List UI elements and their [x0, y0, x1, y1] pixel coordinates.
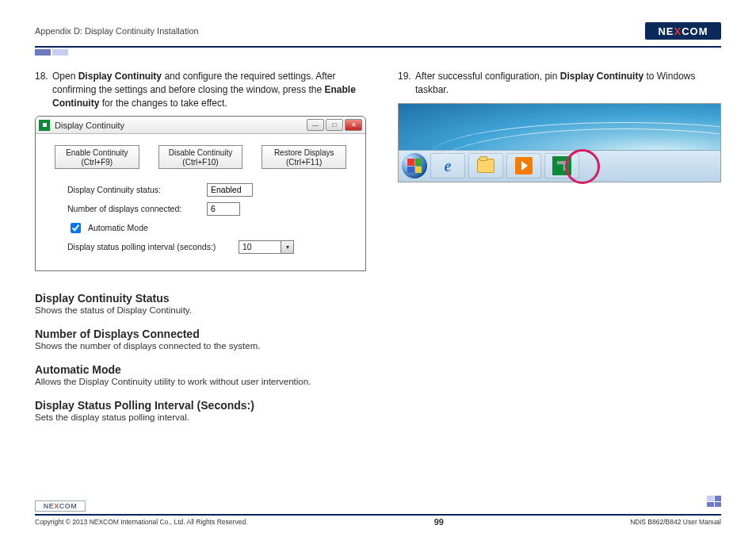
display-continuity-window: Display Continuity — □ ✕ Enable Continui…: [35, 116, 366, 271]
header-rule: [35, 46, 721, 48]
highlight-circle: [565, 149, 600, 184]
automatic-mode-checkbox[interactable]: [71, 223, 81, 233]
heading-auto: Automatic Mode: [35, 363, 366, 376]
brand-post: COM: [682, 25, 708, 37]
close-button[interactable]: ✕: [345, 119, 362, 131]
footer-squares-icon: [707, 496, 721, 507]
desktop-wallpaper: [399, 104, 720, 150]
disable-continuity-button[interactable]: Disable Continuity(Ctrl+F10): [158, 145, 243, 169]
window-titlebar[interactable]: Display Continuity — □ ✕: [36, 117, 365, 134]
brand-logo: NEXCOM: [645, 22, 721, 40]
step-19-text: After successful configuration, pin Disp…: [415, 70, 721, 97]
polling-interval-select[interactable]: 10: [239, 240, 294, 254]
automatic-mode-label: Automatic Mode: [88, 223, 148, 232]
text-auto: Allows the Display Continuity utility to…: [35, 377, 366, 386]
play-icon: [515, 157, 533, 174]
appendix-title: Appendix D: Display Continuity Installat…: [35, 26, 199, 36]
copyright-text: Copyright © 2013 NEXCOM International Co…: [35, 518, 247, 526]
displays-count-field[interactable]: [207, 202, 240, 216]
window-title: Display Continuity: [55, 121, 305, 130]
step-18-text: Open Display Continuity and configure th…: [52, 70, 366, 109]
maximize-button[interactable]: □: [326, 119, 343, 131]
page-number: 99: [434, 517, 444, 527]
brand-x: X: [674, 25, 682, 37]
taskbar-screenshot: e: [398, 103, 721, 182]
page-footer: NEXCOM Copyright © 2013 NEXCOM Internati…: [35, 500, 721, 527]
app-icon: [39, 120, 50, 131]
minimize-button[interactable]: —: [307, 119, 324, 131]
footer-logo: NEXCOM: [35, 500, 86, 512]
folder-icon: [477, 159, 494, 173]
heading-status: Display Continuity Status: [35, 292, 366, 305]
step-19-number: 19.: [398, 70, 415, 97]
manual-name: NDiS B862/B842 User Manual: [630, 518, 721, 526]
text-status: Shows the status of Display Continuity.: [35, 305, 366, 315]
text-displays: Shows the number of displays connected t…: [35, 341, 366, 351]
text-interval: Sets the display status polling interval…: [35, 412, 366, 422]
heading-interval: Display Status Polling Interval (Seconds…: [35, 399, 366, 412]
step-18-number: 18.: [35, 70, 52, 109]
enable-continuity-button[interactable]: Enable Continuity(Ctrl+F9): [55, 145, 139, 169]
color-strip: [35, 49, 721, 56]
start-button[interactable]: [402, 153, 427, 178]
status-field[interactable]: [207, 183, 253, 197]
chevron-down-icon[interactable]: [281, 240, 294, 254]
brand-pre: NE: [658, 25, 674, 37]
status-label: Display Continuity status:: [67, 185, 207, 194]
heading-displays: Number of Displays Connected: [35, 328, 366, 340]
displays-count-label: Number of displays connected:: [67, 204, 207, 213]
polling-interval-label: Display status polling interval (seconds…: [67, 242, 239, 251]
restore-displays-button[interactable]: Restore Displays(Ctrl+F11): [262, 145, 346, 169]
polling-interval-value: 10: [239, 240, 281, 254]
